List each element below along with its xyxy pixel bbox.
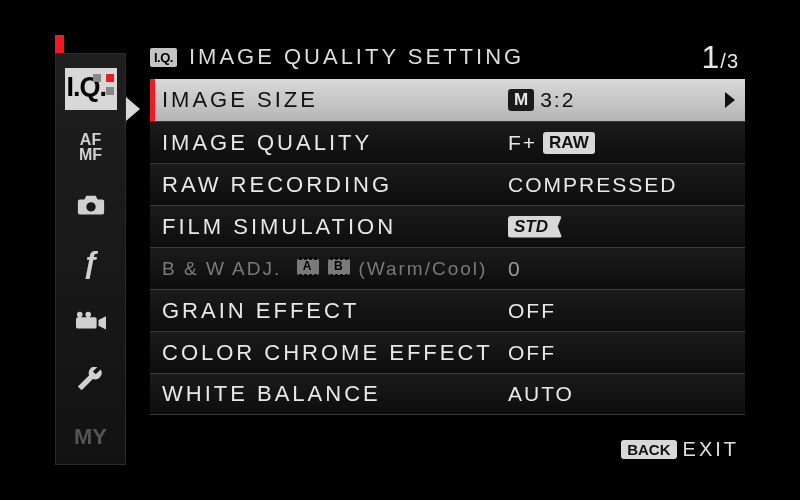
row-value: OFF	[508, 299, 556, 323]
sidebar-item-my[interactable]: MY	[56, 408, 125, 466]
film-a-icon: A	[297, 259, 319, 275]
category-sidebar: I.Q. AF MF ƒ MY	[55, 53, 126, 465]
my-menu-icon: MY	[74, 424, 107, 450]
flash-icon: ƒ	[82, 246, 99, 280]
row-value: M 3:2	[508, 88, 575, 112]
settings-panel: I.Q. IMAGE QUALITY SETTING 1/3 IMAGE SIZ…	[150, 35, 745, 465]
row-image-size[interactable]: IMAGE SIZE M 3:2	[150, 79, 745, 121]
iq-icon: I.Q.	[65, 68, 117, 110]
sidebar-item-flash[interactable]: ƒ	[56, 234, 125, 292]
sidebar-item-movie[interactable]	[56, 292, 125, 350]
row-value: F+ RAW	[508, 131, 595, 155]
movie-camera-icon	[76, 309, 106, 333]
row-value: 0	[508, 257, 522, 281]
page-title: IMAGE QUALITY SETTING	[189, 44, 524, 70]
raw-badge: RAW	[543, 132, 595, 154]
row-value: OFF	[508, 341, 556, 365]
header-badge: I.Q.	[150, 48, 177, 67]
row-image-quality[interactable]: IMAGE QUALITY F+ RAW	[150, 121, 745, 163]
accent-bar	[55, 35, 64, 55]
size-badge: M	[508, 89, 534, 111]
row-label: COLOR CHROME EFFECT	[162, 340, 493, 366]
panel-header: I.Q. IMAGE QUALITY SETTING 1/3	[150, 35, 745, 79]
row-bw-adj: B & W ADJ. A B (Warm/Cool) 0	[150, 247, 745, 289]
footer-hint: BACK EXIT	[621, 433, 739, 465]
sidebar-item-iq[interactable]: I.Q.	[56, 60, 125, 118]
row-label: IMAGE SIZE	[162, 87, 318, 113]
row-white-balance[interactable]: WHITE BALANCE AUTO	[150, 373, 745, 415]
film-b-icon: B	[328, 259, 350, 275]
exit-label: EXIT	[683, 438, 739, 461]
row-label: GRAIN EFFECT	[162, 298, 359, 324]
row-grain-effect[interactable]: GRAIN EFFECT OFF	[150, 289, 745, 331]
row-value: AUTO	[508, 382, 574, 406]
sidebar-item-shooting[interactable]	[56, 176, 125, 234]
sidebar-item-afmf[interactable]: AF MF	[56, 118, 125, 176]
chevron-right-icon	[725, 92, 735, 108]
sidebar-selection-arrow-icon	[126, 97, 140, 121]
row-raw-recording[interactable]: RAW RECORDING COMPRESSED	[150, 163, 745, 205]
page-indicator: 1/3	[702, 39, 739, 76]
row-value: STD	[508, 216, 562, 238]
camera-icon	[76, 193, 106, 217]
row-label: IMAGE QUALITY	[162, 130, 372, 156]
row-label: FILM SIMULATION	[162, 214, 396, 240]
std-badge: STD	[508, 216, 562, 238]
row-label: B & W ADJ. A B (Warm/Cool)	[162, 258, 487, 280]
row-label: RAW RECORDING	[162, 172, 392, 198]
row-film-simulation[interactable]: FILM SIMULATION STD	[150, 205, 745, 247]
row-label: WHITE BALANCE	[162, 381, 381, 407]
settings-list: IMAGE SIZE M 3:2 IMAGE QUALITY F+ RAW RA…	[150, 79, 745, 415]
back-badge[interactable]: BACK	[621, 440, 676, 459]
row-value: COMPRESSED	[508, 173, 677, 197]
wrench-icon	[76, 367, 106, 391]
afmf-icon: AF MF	[79, 132, 102, 162]
sidebar-item-setup[interactable]	[56, 350, 125, 408]
row-color-chrome-effect[interactable]: COLOR CHROME EFFECT OFF	[150, 331, 745, 373]
